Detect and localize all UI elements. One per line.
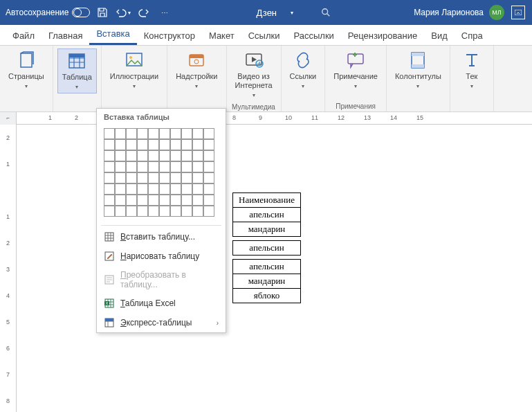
grid-cell[interactable] [137,206,148,217]
grid-cell[interactable] [192,195,203,206]
addins-button[interactable]: Надстройки▾ [172,48,221,92]
grid-cell[interactable] [203,161,214,172]
grid-cell[interactable] [126,195,137,206]
tab-вставка[interactable]: Вставка [89,24,136,45]
tab-конструктор[interactable]: Конструктор [137,26,202,45]
autosave-toggle[interactable]: Автосохранение [6,8,90,17]
tab-главная[interactable]: Главная [42,26,89,45]
grid-cell[interactable] [148,206,159,217]
grid-cell[interactable] [115,150,126,161]
grid-cell[interactable] [137,195,148,206]
text-button[interactable]: Тек▾ [455,48,489,92]
table-cell[interactable]: апельсин [233,241,301,256]
table-button[interactable]: Таблица▾ [57,48,97,93]
draw-table-item[interactable]: Нарисовать таблицу [97,247,226,266]
user-name[interactable]: Мария Ларионова [414,8,484,17]
headers-button[interactable]: Колонтитулы▾ [391,48,446,92]
table-cell[interactable]: апельсин [233,208,301,222]
grid-cell[interactable] [170,161,181,172]
grid-cell[interactable] [192,206,203,217]
grid-cell[interactable] [104,206,115,217]
save-button[interactable] [94,4,111,21]
comment-button[interactable]: Примечание▾ [329,48,382,92]
grid-cell[interactable] [159,172,170,183]
grid-cell[interactable] [126,161,137,172]
table-cell[interactable]: яблоко [233,289,301,303]
table-cell[interactable]: апельсин [233,260,301,274]
tab-файл[interactable]: Файл [6,26,42,45]
grid-cell[interactable] [104,150,115,161]
ribbon-display-button[interactable] [510,4,526,21]
table-grid-picker[interactable] [97,125,226,224]
grid-cell[interactable] [148,150,159,161]
grid-cell[interactable] [192,128,203,139]
grid-cell[interactable] [148,183,159,195]
grid-cell[interactable] [115,139,126,150]
grid-cell[interactable] [137,128,148,139]
tab-рассылки[interactable]: Рассылки [286,26,340,45]
grid-cell[interactable] [181,172,192,183]
grid-cell[interactable] [104,161,115,172]
table-cell[interactable]: Наименование [233,193,301,208]
grid-cell[interactable] [170,128,181,139]
grid-cell[interactable] [159,128,170,139]
grid-cell[interactable] [181,128,192,139]
grid-cell[interactable] [181,139,192,150]
grid-cell[interactable] [104,139,115,150]
undo-button[interactable]: ▾ [115,4,131,21]
grid-cell[interactable] [170,150,181,161]
grid-cell[interactable] [203,139,214,150]
grid-cell[interactable] [170,139,181,150]
grid-cell[interactable] [126,139,137,150]
links-button[interactable]: Ссылки▾ [286,48,321,92]
grid-cell[interactable] [148,139,159,150]
grid-cell[interactable] [159,139,170,150]
grid-cell[interactable] [192,183,203,195]
grid-cell[interactable] [159,183,170,195]
grid-cell[interactable] [148,161,159,172]
tab-рецензирование[interactable]: Рецензирование [341,26,424,45]
excel-table-item[interactable]: XТаблица Excel [97,294,226,313]
grid-cell[interactable] [104,128,115,139]
document-table[interactable]: Наименованиеапельсинмандаринапельсинапел… [232,192,301,303]
grid-cell[interactable] [203,172,214,183]
tab-макет[interactable]: Макет [202,26,241,45]
grid-cell[interactable] [137,161,148,172]
quick-tables-item[interactable]: Экспресс-таблицы› [97,313,226,332]
grid-cell[interactable] [159,195,170,206]
grid-cell[interactable] [192,161,203,172]
illustrations-button[interactable]: Иллюстрации▾ [106,48,163,92]
grid-cell[interactable] [170,172,181,183]
qat-more-button[interactable]: ⋯ [156,4,173,21]
grid-cell[interactable] [170,195,181,206]
grid-cell[interactable] [126,150,137,161]
grid-cell[interactable] [137,150,148,161]
grid-cell[interactable] [115,206,126,217]
grid-cell[interactable] [159,206,170,217]
tab-ссылки[interactable]: Ссылки [241,26,287,45]
grid-cell[interactable] [181,195,192,206]
grid-cell[interactable] [181,161,192,172]
grid-cell[interactable] [137,139,148,150]
grid-cell[interactable] [203,206,214,217]
insert-table-item[interactable]: Вставить таблицу... [97,227,226,247]
grid-cell[interactable] [104,183,115,195]
grid-cell[interactable] [137,172,148,183]
grid-cell[interactable] [148,128,159,139]
search-icon[interactable] [321,8,331,17]
horizontal-ruler[interactable]: ⌐ 121456789101112131415 [0,112,532,125]
grid-cell[interactable] [126,206,137,217]
table-cell[interactable]: мандарин [233,274,301,289]
grid-cell[interactable] [126,172,137,183]
grid-cell[interactable] [203,128,214,139]
grid-cell[interactable] [203,150,214,161]
redo-button[interactable] [136,4,152,21]
grid-cell[interactable] [159,161,170,172]
grid-cell[interactable] [181,206,192,217]
grid-cell[interactable] [115,128,126,139]
grid-cell[interactable] [170,183,181,195]
grid-cell[interactable] [126,183,137,195]
grid-cell[interactable] [126,128,137,139]
pages-button[interactable]: Страницы▾ [4,48,48,92]
grid-cell[interactable] [115,183,126,195]
